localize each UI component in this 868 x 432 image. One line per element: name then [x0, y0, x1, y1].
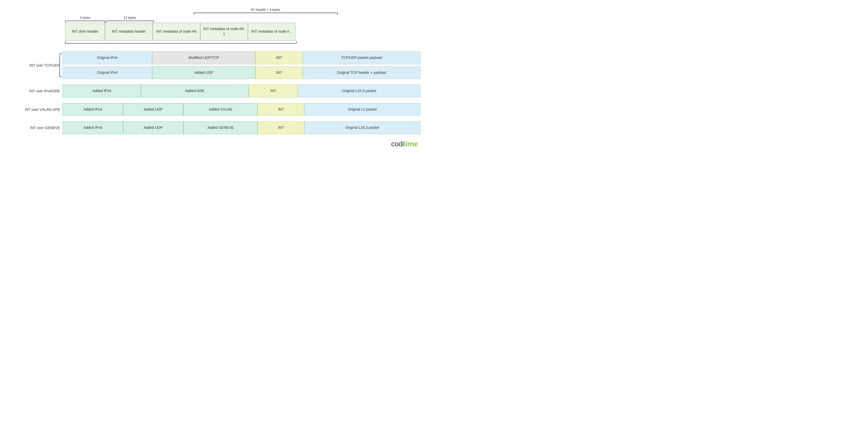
- pkt-cell-1-0-2: INT: [249, 85, 298, 97]
- protocol-group-2: INT over VXLAN GPEAdded IPv4Added UDPAdd…: [13, 103, 421, 116]
- header-section: N* HopML * 4 bytes 4 bytes 12 bytes INT …: [65, 8, 421, 44]
- group-brace-0: [59, 54, 62, 77]
- packet-row-0-0: Original IPv4Modified UDP/TCPINTTCP/UDP …: [63, 52, 421, 64]
- pkt-cell-2-0-4: Original L2 packet: [304, 103, 421, 116]
- protocol-group-1: INT over IPv4/GREAdded IPv4Added GREINTO…: [13, 85, 421, 97]
- pkt-cell-0-1-1: Added UDP: [152, 66, 256, 79]
- pkt-cell-0-1-0: Original IPv4: [63, 66, 152, 79]
- pkt-cell-0-1-3: Original TCP header + payload: [303, 66, 421, 79]
- bottom-brace: [65, 41, 297, 44]
- bytes-12-label: 12 bytes: [106, 16, 154, 20]
- protocol-label-3: INT over GENEVE: [13, 126, 63, 130]
- pkt-cell-0-0-2: INT: [256, 52, 303, 64]
- header-boxes: INT shim header INT metadata header INT …: [65, 23, 296, 41]
- protocol-rows-1: Added IPv4Added GREINTOriginal L2/L3 pac…: [63, 85, 421, 97]
- pkt-cell-0-0-1: Modified UDP/TCP: [152, 52, 256, 64]
- pkt-cell-3-0-0: Added IPv4: [63, 121, 123, 134]
- pkt-cell-1-0-0: Added IPv4: [63, 85, 141, 97]
- pkt-cell-1-0-1: Added GRE: [141, 85, 249, 97]
- pkt-cell-2-0-0: Added IPv4: [63, 103, 123, 116]
- pkt-cell-0-1-2: INT: [256, 66, 303, 79]
- main-container: N* HopML * 4 bytes 4 bytes 12 bytes INT …: [13, 8, 421, 148]
- box-int-metadata-node-dots: INT metadata of node #...: [248, 23, 296, 41]
- box-int-metadata-header: INT metadata header: [105, 23, 153, 41]
- rows-section: INT over TCP/UDPOriginal IPv4Modified UD…: [13, 52, 421, 134]
- pkt-cell-2-0-1: Added UDP: [123, 103, 184, 116]
- logo-prefix: codi: [391, 140, 404, 148]
- byte-labels-row: 4 bytes 12 bytes: [65, 16, 154, 20]
- protocol-rows-2: Added IPv4Added UDPAdded VXLANINTOrigina…: [63, 103, 421, 116]
- packet-row-1-0: Added IPv4Added GREINTOriginal L2/L3 pac…: [63, 85, 421, 97]
- nhopml-label: N* HopML * 4 bytes: [251, 8, 280, 11]
- brace-4bytes: [65, 21, 105, 23]
- pkt-cell-3-0-3: INT: [258, 121, 304, 134]
- pkt-cell-0-0-0: Original IPv4: [63, 52, 152, 64]
- logo-section: codilime: [13, 140, 421, 148]
- protocol-label-1: INT over IPv4/GRE: [13, 89, 63, 93]
- protocol-rows-0: Original IPv4Modified UDP/TCPINTTCP/UDP …: [63, 52, 421, 79]
- logo: codilime: [391, 140, 418, 148]
- protocol-group-0: INT over TCP/UDPOriginal IPv4Modified UD…: [13, 52, 421, 79]
- logo-suffix: lime: [404, 140, 418, 148]
- nhopml-brace-label-area: N* HopML * 4 bytes: [193, 8, 338, 15]
- pkt-cell-2-0-3: INT: [258, 103, 304, 116]
- box-int-metadata-node-n: INT metadata of node #N: [153, 23, 200, 41]
- box-int-shim-header: INT shim header: [65, 23, 105, 41]
- packet-row-2-0: Added IPv4Added UDPAdded VXLANINTOrigina…: [63, 103, 421, 116]
- pkt-cell-0-0-3: TCP/UDP packet payload: [303, 52, 421, 64]
- protocol-label-2: INT over VXLAN GPE: [13, 107, 63, 111]
- small-braces-row: [65, 21, 154, 23]
- pkt-cell-3-0-2: Added GENEVE: [183, 121, 258, 134]
- brace-12bytes: [106, 21, 154, 23]
- nhopml-brace: [193, 12, 338, 15]
- bytes-4-label: 4 bytes: [65, 16, 105, 20]
- packet-row-3-0: Added IPv4Added UDPAdded GENEVEINTOrigin…: [63, 121, 421, 134]
- protocol-group-3: INT over GENEVEAdded IPv4Added UDPAdded …: [13, 121, 421, 134]
- protocol-rows-3: Added IPv4Added UDPAdded GENEVEINTOrigin…: [63, 121, 421, 134]
- box-int-metadata-node-n1: INT metadata of node #N-1: [200, 23, 248, 41]
- bottom-brace-row: [65, 41, 297, 44]
- protocol-label-0: INT over TCP/UDP: [13, 63, 63, 67]
- pkt-cell-1-0-3: Original L2/L3 packet: [298, 85, 421, 97]
- packet-row-0-1: Original IPv4Added UDPINTOriginal TCP he…: [63, 66, 421, 79]
- pkt-cell-3-0-1: Added UDP: [123, 121, 184, 134]
- pkt-cell-2-0-2: Added VXLAN: [183, 103, 258, 116]
- pkt-cell-3-0-4: Original L2/L3 packet: [304, 121, 421, 134]
